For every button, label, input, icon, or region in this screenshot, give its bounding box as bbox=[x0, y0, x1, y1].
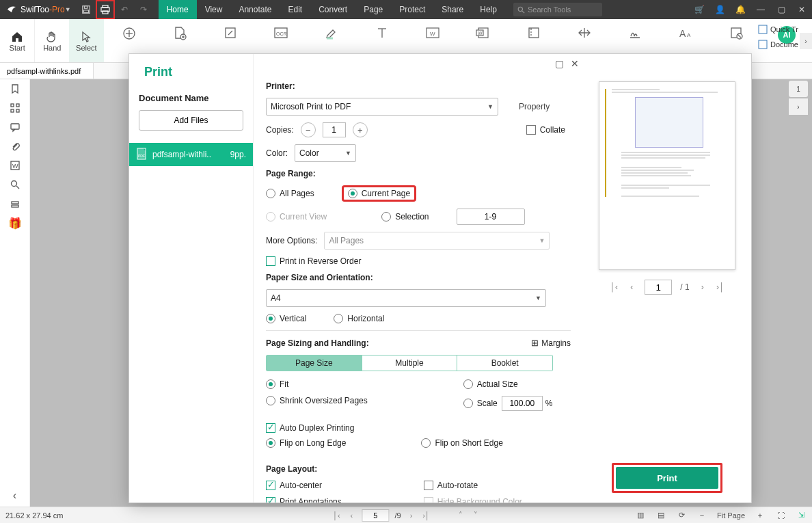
menu-page[interactable]: Page bbox=[355, 0, 391, 19]
last-page-icon[interactable]: ›│ bbox=[422, 511, 431, 520]
menu-protect[interactable]: Protect bbox=[391, 0, 433, 19]
menu-help[interactable]: Help bbox=[472, 0, 505, 19]
copies-plus-button[interactable]: + bbox=[353, 122, 368, 137]
svg-line-7 bbox=[522, 11, 524, 13]
cart-icon[interactable]: 🛒 bbox=[689, 0, 709, 19]
preview-next-icon[interactable]: › bbox=[698, 282, 707, 292]
next-page-icon[interactable]: › bbox=[407, 511, 416, 520]
seg-booklet[interactable]: Booklet bbox=[457, 356, 552, 371]
menu-share[interactable]: Share bbox=[433, 0, 472, 19]
auto-center-checkbox[interactable]: Auto-center bbox=[266, 481, 342, 490]
seg-page-size[interactable]: Page Size bbox=[267, 356, 362, 371]
range-current-radio[interactable]: Current Page bbox=[348, 189, 410, 198]
prev-page-icon[interactable]: ‹ bbox=[347, 511, 356, 520]
actual-size-radio[interactable]: Actual Size bbox=[463, 379, 553, 389]
print-icon[interactable] bbox=[96, 0, 115, 19]
file-page-count: 9pp. bbox=[230, 150, 246, 159]
paper-size-select[interactable]: A4▼ bbox=[266, 289, 546, 307]
bookmark-icon[interactable] bbox=[10, 83, 21, 94]
user-icon[interactable]: 👤 bbox=[709, 0, 730, 19]
menu-convert[interactable]: Convert bbox=[310, 0, 355, 19]
page-badge[interactable]: 1 bbox=[789, 81, 808, 97]
scroll-down-icon[interactable]: ˅ bbox=[471, 511, 481, 520]
printer-select[interactable]: Microsoft Print to PDF▼ bbox=[266, 98, 498, 116]
bell-icon[interactable]: 🔔 bbox=[730, 0, 750, 19]
orientation-vertical-radio[interactable]: Vertical bbox=[266, 314, 306, 323]
tool-hand[interactable]: Hand bbox=[34, 19, 69, 62]
scale-input[interactable] bbox=[502, 396, 543, 411]
zoom-level[interactable]: Fit Page bbox=[717, 511, 745, 520]
scroll-up-icon[interactable]: ˄ bbox=[456, 511, 465, 520]
shrink-radio[interactable]: Shrink Oversized Pages bbox=[266, 396, 368, 405]
margins-button[interactable]: ⊞Margins bbox=[531, 338, 571, 348]
fit-radio[interactable]: Fit bbox=[266, 379, 368, 389]
page-number-input[interactable] bbox=[362, 509, 389, 522]
pin-icon[interactable]: ⇲ bbox=[796, 510, 807, 521]
tool-start[interactable]: Start bbox=[0, 19, 34, 62]
print-annotations-checkbox[interactable]: Print Annotations bbox=[266, 497, 342, 502]
scale-radio[interactable]: Scale % bbox=[463, 396, 553, 411]
preview-page-input[interactable] bbox=[645, 280, 672, 295]
menu-home[interactable]: Home bbox=[159, 0, 197, 19]
sidebar-collapse-icon[interactable]: ‹ bbox=[10, 490, 21, 501]
view-split-icon[interactable]: ▥ bbox=[635, 510, 646, 521]
menu-view[interactable]: View bbox=[197, 0, 231, 19]
printer-property-button[interactable]: Property bbox=[519, 102, 550, 111]
range-all-radio[interactable]: All Pages bbox=[266, 189, 314, 198]
copies-minus-button[interactable]: − bbox=[301, 122, 316, 137]
flip-short-radio[interactable]: Flip on Short Edge bbox=[421, 438, 502, 448]
search-tools-input[interactable]: Search Tools bbox=[513, 3, 602, 16]
dialog-maximize-icon[interactable]: ▢ bbox=[555, 58, 564, 69]
color-select[interactable]: Color▼ bbox=[295, 144, 356, 162]
range-custom-input[interactable] bbox=[457, 209, 525, 225]
zoom-out-icon[interactable]: − bbox=[696, 510, 707, 521]
svg-rect-35 bbox=[11, 109, 14, 112]
fullscreen-icon[interactable]: ⛶ bbox=[775, 510, 786, 521]
ribbon-expand-icon[interactable]: › bbox=[800, 33, 812, 49]
window-maximize-icon[interactable]: ▢ bbox=[771, 0, 791, 19]
collate-checkbox[interactable]: Collate bbox=[526, 125, 565, 135]
quick-translate[interactable]: Quick Tr bbox=[758, 22, 798, 37]
gift-icon[interactable]: 🎁 bbox=[10, 217, 21, 228]
view-continuous-icon[interactable]: ▤ bbox=[655, 510, 666, 521]
add-files-button[interactable]: Add Files bbox=[139, 110, 243, 131]
dialog-close-icon[interactable]: ✕ bbox=[571, 58, 579, 69]
comments-icon[interactable] bbox=[10, 122, 21, 133]
reverse-order-checkbox[interactable]: Print in Reverse Order bbox=[266, 256, 361, 266]
view-autoscroll-icon[interactable]: ⟳ bbox=[676, 510, 687, 521]
redo-icon[interactable]: ↷ bbox=[134, 0, 153, 19]
svg-text:W: W bbox=[430, 31, 435, 37]
preview-first-icon[interactable]: │‹ bbox=[609, 282, 619, 292]
svg-text:A: A bbox=[687, 32, 691, 38]
search-panel-icon[interactable] bbox=[10, 179, 21, 190]
document-tab[interactable]: pdfsampl-withlinks.pdf bbox=[0, 63, 94, 79]
save-icon[interactable] bbox=[77, 0, 96, 19]
duplex-checkbox[interactable]: Auto Duplex Printing bbox=[266, 423, 571, 433]
print-button[interactable]: Print bbox=[616, 467, 718, 489]
copies-input[interactable] bbox=[323, 122, 346, 137]
auto-rotate-checkbox[interactable]: Auto-rotate bbox=[424, 481, 522, 490]
document-translate[interactable]: Docume bbox=[758, 37, 798, 52]
svg-line-41 bbox=[16, 186, 19, 189]
document-list-item[interactable]: PDF pdfsampl-withli.. 9pp. bbox=[129, 143, 253, 166]
menu-edit[interactable]: Edit bbox=[280, 0, 310, 19]
tool-select[interactable]: Select bbox=[69, 19, 103, 62]
window-close-icon[interactable]: ✕ bbox=[791, 0, 812, 19]
preview-prev-icon[interactable]: ‹ bbox=[627, 282, 636, 292]
zoom-in-icon[interactable]: + bbox=[755, 510, 766, 521]
attachments-icon[interactable] bbox=[10, 141, 21, 152]
preview-last-icon[interactable]: ›│ bbox=[716, 282, 725, 292]
first-page-icon[interactable]: │‹ bbox=[331, 511, 341, 520]
orientation-horizontal-radio[interactable]: Horizontal bbox=[334, 314, 384, 323]
right-panel-toggle-icon[interactable]: › bbox=[789, 98, 808, 115]
layers-icon[interactable] bbox=[10, 198, 21, 209]
undo-icon[interactable]: ↶ bbox=[115, 0, 134, 19]
window-minimize-icon[interactable]: — bbox=[750, 0, 771, 19]
wordpanel-icon[interactable]: W bbox=[10, 160, 21, 171]
app-menu-dropdown[interactable]: ▼ bbox=[65, 6, 71, 13]
seg-multiple[interactable]: Multiple bbox=[362, 356, 457, 371]
thumbnails-icon[interactable] bbox=[10, 103, 21, 113]
flip-long-radio[interactable]: Flip on Long Edge bbox=[266, 438, 346, 448]
range-selection-radio[interactable]: Selection bbox=[381, 212, 429, 222]
menu-annotate[interactable]: Annotate bbox=[230, 0, 280, 19]
